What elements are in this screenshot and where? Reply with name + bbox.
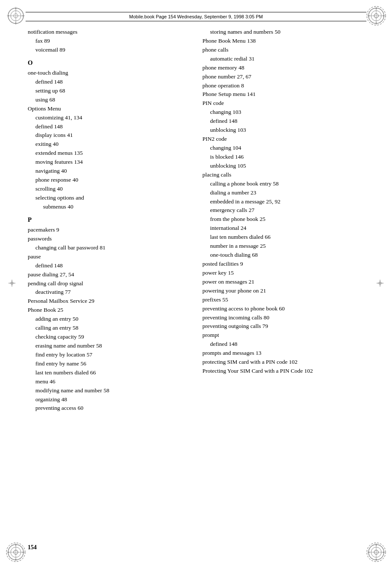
index-entry: exiting 40 [28, 140, 190, 149]
index-entry: Options Menu [28, 104, 190, 113]
index-entry: unblocking 105 [203, 162, 365, 171]
svg-point-7 [8, 15, 9, 17]
index-entry: phone response 40 [28, 176, 190, 185]
index-entry: Phone Setup menu 141 [203, 90, 365, 99]
index-entry: voicemail 89 [28, 46, 190, 55]
index-entry: passwords [28, 235, 190, 243]
index-entry: embedded in a message 25, 92 [203, 197, 365, 206]
index-entry: placing calls [203, 171, 365, 180]
index-entry: defined 148 [203, 340, 365, 349]
svg-point-25 [15, 559, 17, 560]
index-entry: prompts and messages 13 [203, 349, 365, 358]
index-entry: posted facilities 9 [203, 260, 365, 269]
index-entry: unblocking 103 [203, 126, 365, 135]
index-entry: phone number 27, 67 [203, 72, 365, 81]
index-entry: pacemakers 9 [28, 226, 190, 235]
index-entry: changing 103 [203, 108, 365, 117]
index-entry: defined 148 [28, 78, 190, 87]
index-entry: using 68 [28, 96, 190, 104]
index-entry: phone memory 48 [203, 64, 365, 72]
index-entry: one-touch dialing [28, 69, 190, 78]
index-entry: prefixes 55 [203, 296, 365, 304]
index-entry: PIN2 code [203, 135, 365, 144]
corner-decoration-tr [366, 5, 387, 26]
index-entry: emergency calls 27 [203, 206, 365, 215]
corner-decoration-br [366, 542, 387, 563]
index-entry: number in a message 25 [203, 242, 365, 251]
header-bar: Mobile.book Page 154 Wednesday, Septembe… [26, 12, 366, 21]
index-entry: power on messages 21 [203, 278, 365, 287]
index-entry: defined 148 [203, 117, 365, 126]
corner-decoration-bl [5, 542, 26, 563]
left-column: notification messagesfax 89voicemail 89O… [28, 28, 190, 540]
svg-point-34 [376, 545, 377, 546]
index-entry: Personal Mailbox Service 29 [28, 297, 190, 306]
index-entry: Protecting Your SIM Card with a PIN Code… [203, 367, 365, 376]
index-entry: last ten numbers dialed 66 [203, 233, 365, 242]
mid-left-cross [8, 279, 16, 289]
index-entry: power key 15 [203, 269, 365, 278]
index-entry: extended menus 135 [28, 149, 190, 158]
index-entry: find entry by location 57 [28, 351, 190, 359]
index-entry: prompt [203, 331, 365, 340]
index-entry: pending call drop signal [28, 279, 190, 288]
index-entry: automatic redial 31 [203, 55, 365, 64]
index-entry: customizing 41, 134 [28, 113, 190, 122]
svg-point-36 [369, 552, 370, 553]
index-entry: submenus 40 [28, 203, 190, 212]
index-entry: preventing access to phone book 60 [203, 304, 365, 313]
index-entry: dialing a number 23 [203, 188, 365, 197]
mid-right-cross [376, 279, 384, 289]
index-entry: moving features 134 [28, 158, 190, 167]
index-entry: find entry by name 56 [28, 359, 190, 368]
index-entry: last ten numbers dialed 66 [28, 368, 190, 377]
index-entry: changing call bar password 81 [28, 243, 190, 252]
index-entry: preventing access 60 [28, 404, 190, 413]
index-entry: powering your phone on 21 [203, 287, 365, 296]
svg-point-17 [383, 15, 384, 17]
index-entry: deactivating 77 [28, 288, 190, 297]
index-entry: from the phone book 25 [203, 215, 365, 224]
index-entry: selecting options and [28, 194, 190, 203]
index-entry: defined 148 [28, 122, 190, 131]
index-entry: erasing name and number 58 [28, 342, 190, 351]
index-entry: checking capacity 59 [28, 333, 190, 342]
corner-decoration-tl [5, 5, 26, 26]
svg-point-27 [23, 552, 24, 553]
svg-point-24 [15, 545, 17, 546]
index-entry: Phone Book Menu 138 [203, 37, 365, 46]
content-area: notification messagesfax 89voicemail 89O… [28, 28, 364, 540]
header-text: Mobile.book Page 154 Wednesday, Septembe… [129, 14, 263, 19]
svg-point-26 [8, 552, 9, 553]
index-entry: is blocked 146 [203, 153, 365, 162]
svg-point-16 [369, 15, 370, 17]
svg-point-5 [15, 8, 17, 9]
index-entry: one-touch dialing 68 [203, 251, 365, 260]
right-column: storing names and numbers 50Phone Book M… [203, 28, 365, 540]
index-entry: display icons 41 [28, 131, 190, 140]
index-entry: international 24 [203, 224, 365, 233]
index-entry: navigating 40 [28, 167, 190, 176]
index-entry: menu 46 [28, 377, 190, 386]
index-entry: P [28, 215, 190, 225]
svg-point-6 [15, 23, 17, 24]
index-entry: phone operation 8 [203, 81, 365, 90]
index-entry: O [28, 58, 190, 68]
index-entry: pause [28, 252, 190, 261]
svg-point-35 [376, 559, 377, 560]
index-entry: preventing outgoing calls 79 [203, 322, 365, 331]
page-number: 154 [28, 544, 37, 551]
index-entry: modifying name and number 58 [28, 386, 190, 395]
index-entry: changing 104 [203, 144, 365, 153]
index-entry: phone calls [203, 46, 365, 55]
index-entry: Phone Book 25 [28, 306, 190, 315]
two-column-layout: notification messagesfax 89voicemail 89O… [28, 28, 364, 540]
index-entry: notification messages [28, 28, 190, 37]
index-entry: calling an entry 58 [28, 324, 190, 333]
index-entry: storing names and numbers 50 [203, 28, 365, 37]
index-entry: setting up 68 [28, 87, 190, 96]
index-entry: calling a phone book entry 58 [203, 180, 365, 188]
index-entry: pause dialing 27, 54 [28, 270, 190, 279]
index-entry: defined 148 [28, 261, 190, 270]
svg-point-8 [23, 15, 24, 17]
